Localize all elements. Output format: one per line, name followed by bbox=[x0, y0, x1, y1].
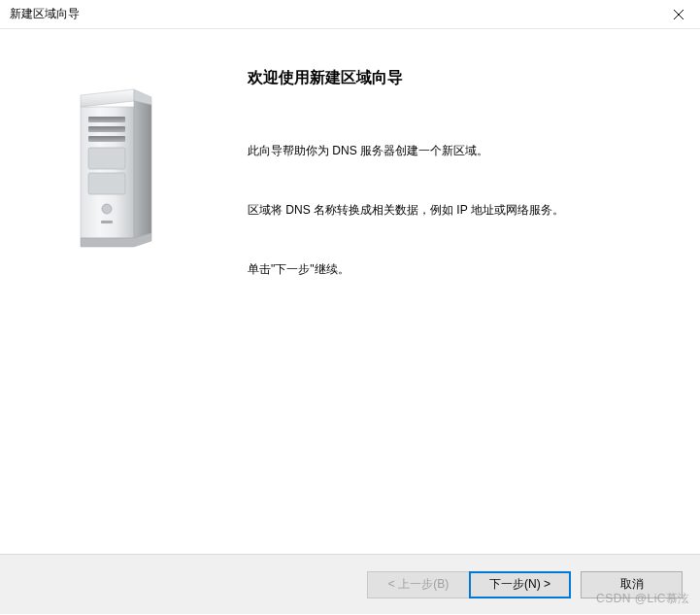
svg-rect-11 bbox=[88, 173, 125, 194]
svg-rect-9 bbox=[88, 136, 125, 142]
wizard-sidebar bbox=[0, 29, 218, 554]
wizard-heading: 欢迎使用新建区域向导 bbox=[248, 68, 671, 88]
svg-point-12 bbox=[102, 204, 112, 214]
svg-rect-7 bbox=[88, 117, 125, 122]
cancel-button[interactable]: 取消 bbox=[581, 571, 683, 598]
svg-marker-5 bbox=[134, 101, 151, 238]
wizard-main-panel: 欢迎使用新建区域向导 此向导帮助你为 DNS 服务器创建一个新区域。 区域将 D… bbox=[218, 29, 700, 554]
wizard-content: 欢迎使用新建区域向导 此向导帮助你为 DNS 服务器创建一个新区域。 区域将 D… bbox=[0, 29, 700, 554]
svg-rect-10 bbox=[88, 148, 125, 169]
close-button[interactable] bbox=[656, 0, 700, 28]
window-title: 新建区域向导 bbox=[10, 6, 80, 22]
svg-rect-8 bbox=[88, 126, 125, 132]
wizard-button-bar: < 上一步(B) 下一步(N) > 取消 bbox=[0, 554, 700, 614]
nav-button-group: < 上一步(B) 下一步(N) > bbox=[367, 571, 571, 598]
titlebar: 新建区域向导 bbox=[0, 0, 700, 29]
svg-rect-13 bbox=[101, 221, 113, 223]
wizard-paragraph-3: 单击"下一步"继续。 bbox=[248, 260, 671, 279]
svg-marker-2 bbox=[81, 89, 134, 107]
wizard-paragraph-2: 区域将 DNS 名称转换成相关数据，例如 IP 地址或网络服务。 bbox=[248, 201, 671, 220]
next-button[interactable]: 下一步(N) > bbox=[469, 571, 571, 598]
server-tower-icon bbox=[56, 87, 163, 253]
close-icon bbox=[674, 10, 683, 19]
back-button: < 上一步(B) bbox=[367, 571, 469, 598]
wizard-paragraph-1: 此向导帮助你为 DNS 服务器创建一个新区域。 bbox=[248, 142, 671, 160]
